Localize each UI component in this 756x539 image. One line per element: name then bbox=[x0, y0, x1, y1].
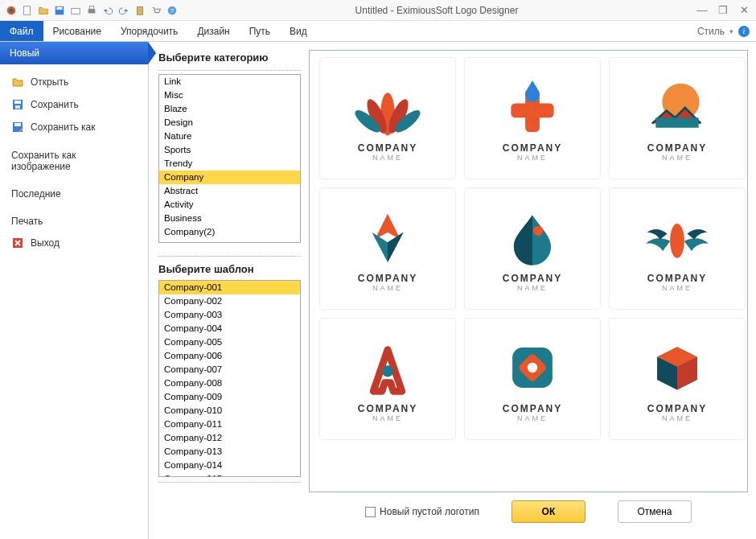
svg-point-27 bbox=[670, 224, 684, 258]
cart-icon[interactable] bbox=[150, 4, 162, 17]
category-option[interactable]: Misc bbox=[159, 88, 300, 102]
logo-label: COMPANYNAME bbox=[647, 403, 707, 422]
checkbox-label: Новый пустой логотип bbox=[380, 506, 479, 517]
logo-label: COMPANYNAME bbox=[503, 403, 562, 422]
category-option[interactable]: Nature bbox=[159, 130, 300, 143]
middle-panel: Выберите категорию LinkMiscBlazeDesignNa… bbox=[149, 42, 306, 539]
logo-label: COMPANYNAME bbox=[358, 142, 417, 162]
maximize-icon[interactable]: ❐ bbox=[716, 4, 730, 16]
disk-icon bbox=[11, 98, 24, 111]
category-option[interactable]: Company(2) bbox=[159, 225, 300, 239]
close-icon[interactable]: ✕ bbox=[737, 4, 751, 16]
menu-arrange[interactable]: Упорядочить bbox=[111, 21, 187, 41]
template-option[interactable]: Company-012 bbox=[159, 431, 300, 445]
paste-icon[interactable] bbox=[134, 4, 146, 17]
right-pane: COMPANYNAMECOMPANYNAMECOMPANYNAMECOMPANY… bbox=[306, 42, 756, 539]
template-option[interactable]: Company-008 bbox=[159, 376, 300, 390]
svg-rect-8 bbox=[138, 6, 143, 14]
sidebar-item-6[interactable]: Выход bbox=[0, 232, 148, 254]
print-icon[interactable] bbox=[85, 4, 98, 17]
sidebar-item-2[interactable]: Сохранить как bbox=[0, 116, 148, 138]
checkbox-icon[interactable] bbox=[365, 507, 376, 517]
logo-card-water-drop[interactable]: COMPANYNAME bbox=[464, 187, 601, 310]
sidebar-item-label: Сохранить как изображение bbox=[11, 150, 137, 172]
menu-path[interactable]: Путь bbox=[240, 21, 280, 41]
logo-card-house-sun[interactable]: COMPANYNAME bbox=[609, 57, 746, 179]
logo-label: COMPANYNAME bbox=[647, 273, 707, 292]
save-icon[interactable] bbox=[53, 4, 66, 17]
category-option[interactable]: Trendy bbox=[159, 157, 300, 171]
open-folder-icon[interactable] bbox=[37, 4, 50, 17]
menu-drawing[interactable]: Рисование bbox=[43, 21, 111, 41]
info-icon[interactable]: i bbox=[738, 26, 750, 37]
empty-logo-checkbox[interactable]: Новый пустой логотип bbox=[365, 506, 479, 517]
menu-file[interactable]: Файл bbox=[0, 21, 43, 41]
template-option[interactable]: Company-007 bbox=[159, 363, 300, 376]
logo-card-square-diamond[interactable]: COMPANYNAME bbox=[464, 318, 601, 440]
category-option[interactable]: Business bbox=[159, 212, 300, 225]
redo-icon[interactable] bbox=[117, 4, 130, 17]
template-option[interactable]: Company-011 bbox=[159, 418, 300, 431]
template-option[interactable]: Company-006 bbox=[159, 349, 300, 363]
template-option[interactable]: Company-013 bbox=[159, 445, 300, 459]
logo-label: COMPANYNAME bbox=[503, 142, 562, 162]
category-option[interactable]: Activity bbox=[159, 198, 300, 212]
help-icon[interactable]: ? bbox=[166, 4, 179, 17]
logo-card-wings-flame[interactable]: COMPANYNAME bbox=[609, 187, 746, 310]
sidebar-item-0[interactable]: Открыть bbox=[0, 71, 148, 93]
menu-view[interactable]: Вид bbox=[280, 21, 317, 41]
template-option[interactable]: Company-001 bbox=[159, 281, 300, 294]
app-logo-icon bbox=[5, 4, 18, 17]
logo-card-arrow-star[interactable]: COMPANYNAME bbox=[319, 187, 456, 310]
sidebar-item-label: Печать bbox=[11, 216, 43, 227]
sidebar-item-label: Выход bbox=[31, 237, 60, 249]
sidebar-item-label: Последние bbox=[11, 188, 61, 200]
sidebar-item-label: Сохранить как bbox=[31, 121, 95, 133]
template-option[interactable]: Company-015 bbox=[159, 472, 300, 477]
logo-gallery[interactable]: COMPANYNAMECOMPANYNAMECOMPANYNAMECOMPANY… bbox=[309, 50, 748, 492]
logo-card-cube-3d[interactable]: COMPANYNAME bbox=[609, 318, 746, 440]
category-option[interactable]: Design bbox=[159, 116, 300, 130]
svg-point-31 bbox=[528, 363, 537, 372]
template-listbox[interactable]: Company-001Company-002Company-003Company… bbox=[158, 280, 301, 477]
undo-icon[interactable] bbox=[101, 4, 114, 17]
sidebar-item-5[interactable]: Печать bbox=[0, 211, 148, 232]
svg-rect-7 bbox=[89, 6, 93, 9]
menu-design[interactable]: Дизайн bbox=[187, 21, 239, 41]
sidebar-item-4[interactable]: Последние bbox=[0, 183, 148, 204]
svg-rect-6 bbox=[88, 9, 96, 13]
category-listbox[interactable]: LinkMiscBlazeDesignNatureSportsTrendyCom… bbox=[158, 74, 301, 243]
category-option[interactable]: Abstract bbox=[159, 184, 300, 198]
logo-card-lotus[interactable]: COMPANYNAME bbox=[319, 57, 456, 179]
svg-rect-4 bbox=[57, 6, 63, 10]
sidebar-item-label: Открыть bbox=[31, 76, 68, 88]
category-option[interactable]: Blaze bbox=[159, 102, 300, 116]
template-option[interactable]: Company-005 bbox=[159, 335, 300, 349]
logo-card-letter-a[interactable]: COMPANYNAME bbox=[319, 318, 456, 440]
new-file-icon[interactable] bbox=[21, 4, 34, 17]
logo-card-cross-drop[interactable]: COMPANYNAME bbox=[464, 57, 601, 179]
template-option[interactable]: Company-002 bbox=[159, 294, 300, 308]
logo-label: COMPANYNAME bbox=[503, 273, 562, 292]
template-option[interactable]: Company-010 bbox=[159, 404, 300, 418]
template-option[interactable]: Company-003 bbox=[159, 308, 300, 322]
menu-style[interactable]: Стиль ▾ i bbox=[691, 21, 756, 41]
sidebar-new[interactable]: Новый bbox=[0, 42, 148, 64]
template-option[interactable]: Company-009 bbox=[159, 390, 300, 404]
svg-rect-12 bbox=[14, 101, 21, 104]
export-icon[interactable] bbox=[69, 4, 82, 17]
sidebar-item-1[interactable]: Сохранить bbox=[0, 93, 148, 116]
ok-button[interactable]: ОК bbox=[512, 500, 585, 523]
svg-rect-15 bbox=[14, 123, 21, 126]
minimize-icon[interactable]: — bbox=[695, 4, 709, 16]
template-option[interactable]: Company-014 bbox=[159, 459, 300, 472]
cancel-button[interactable]: Отмена bbox=[618, 500, 692, 523]
category-option[interactable]: Company bbox=[159, 171, 300, 184]
template-option[interactable]: Company-004 bbox=[159, 322, 300, 335]
svg-point-1 bbox=[9, 8, 13, 12]
sidebar-item-3[interactable]: Сохранить как изображение bbox=[0, 145, 148, 177]
template-title: Выберите шаблон bbox=[158, 263, 301, 275]
category-option[interactable]: Sports bbox=[159, 143, 300, 157]
category-option[interactable]: Link bbox=[159, 75, 300, 88]
title-bar: ? Untitled - EximiousSoft Logo Designer … bbox=[0, 0, 756, 21]
